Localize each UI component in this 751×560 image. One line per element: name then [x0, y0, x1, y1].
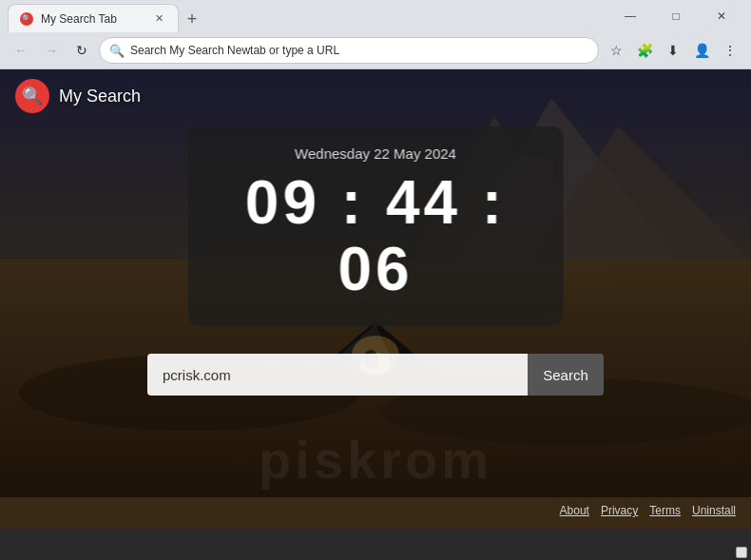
nav-bar: ← → ↻ 🔍 ☆ 🧩 ⬇ 👤 ⋮ [0, 32, 751, 68]
window-controls: — □ ✕ [608, 2, 743, 30]
bookmark-button[interactable]: ☆ [603, 37, 629, 64]
tab-title: My Search Tab [41, 12, 144, 26]
logo-icon: 🔍 [15, 79, 49, 113]
logo-text: My Search [59, 87, 141, 106]
page-header: 🔍 My Search [15, 79, 141, 113]
page-content: piskrom 🔍 My Search Wednesday 22 May 202… [0, 69, 751, 529]
footer-link-terms[interactable]: Terms [649, 504, 681, 517]
footer-link-about[interactable]: About [560, 504, 589, 517]
search-input[interactable] [147, 354, 528, 396]
browser-tab[interactable]: My Search Tab ✕ [8, 4, 179, 32]
new-tab-button[interactable]: + [179, 6, 205, 32]
clock-widget: Wednesday 22 May 2024 09 : 44 : 06 [188, 126, 564, 326]
browser-chrome: My Search Tab ✕ + — □ ✕ ← → ↻ 🔍 ☆ 🧩 ⬇ 👤 … [0, 0, 751, 69]
maximize-button[interactable]: □ [654, 2, 698, 30]
close-button[interactable]: ✕ [700, 2, 743, 30]
minimize-button[interactable]: — [608, 2, 652, 30]
footer-link-uninstall[interactable]: Uninstall [692, 504, 736, 517]
footer-links: About Privacy Terms Uninstall [560, 504, 736, 517]
search-container: Search [147, 354, 604, 396]
clock-time: 09 : 44 : 06 [236, 169, 516, 303]
address-icon: 🔍 [109, 44, 125, 58]
nav-actions: ☆ 🧩 ⬇ 👤 ⋮ [603, 37, 743, 64]
tab-bar: My Search Tab ✕ + [8, 0, 605, 32]
address-input[interactable] [130, 44, 588, 57]
clock-date: Wednesday 22 May 2024 [236, 145, 516, 162]
tab-favicon [20, 12, 33, 26]
reload-button[interactable]: ↻ [68, 37, 95, 64]
search-button[interactable]: Search [528, 354, 604, 396]
logo-search-icon: 🔍 [22, 86, 43, 106]
back-button[interactable]: ← [8, 37, 34, 64]
tab-close-button[interactable]: ✕ [151, 11, 166, 27]
footer-link-privacy[interactable]: Privacy [601, 504, 638, 517]
download-button[interactable]: ⬇ [660, 37, 686, 64]
title-bar: My Search Tab ✕ + — □ ✕ [0, 0, 751, 32]
forward-button[interactable]: → [38, 37, 65, 64]
menu-button[interactable]: ⋮ [717, 37, 743, 64]
scroll-indicator[interactable] [736, 547, 747, 558]
extensions-button[interactable]: 🧩 [631, 37, 658, 64]
profile-button[interactable]: 👤 [688, 37, 715, 64]
address-bar[interactable]: 🔍 [99, 37, 599, 64]
